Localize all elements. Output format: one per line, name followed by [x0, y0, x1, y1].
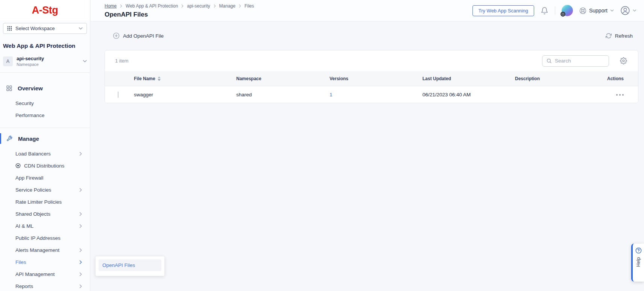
openapi-files-table-card: 1 item File Name Namespace Versions Last… [105, 50, 638, 103]
brand-logo: A-Stg [0, 0, 90, 20]
chevron-right-icon [181, 4, 184, 8]
table-settings-gear-icon[interactable] [620, 57, 627, 64]
workspace-selector[interactable]: Select Workspace [3, 23, 87, 34]
row-actions-menu-icon[interactable] [616, 94, 624, 96]
sidebar-section-label: Overview [18, 85, 43, 91]
files-submenu-flyout: OpenAPI Files [96, 256, 164, 276]
chevron-right-icon [79, 272, 82, 276]
cell-last-updated: 06/21/2023 06:40 AM [417, 92, 509, 98]
sidebar-item-api-management[interactable]: API Management [0, 268, 90, 280]
life-ring-icon [579, 7, 586, 14]
tenant-avatar-badge [560, 12, 565, 17]
breadcrumb-item[interactable]: Web App & API Protection [126, 3, 178, 9]
sidebar-item-rate-limiter-policies[interactable]: Rate Limiter Policies [0, 196, 90, 208]
sidebar-divider [0, 72, 90, 73]
row-checkbox[interactable] [118, 91, 118, 98]
chevron-right-icon [79, 224, 82, 228]
sidebar-item-public-ip-addresses[interactable]: Public IP Addresses [0, 232, 90, 244]
chevron-right-icon [239, 4, 241, 8]
sidebar-item-load-balancers[interactable]: Load Balancers [0, 148, 90, 160]
sidebar-item-app-firewall[interactable]: App Firewall [0, 172, 90, 184]
workspace-selector-label: Select Workspace [15, 26, 75, 31]
breadcrumb: Home Web App & API Protection api-securi… [105, 3, 254, 9]
chevron-right-icon [79, 260, 82, 264]
workspace-grid-icon [7, 26, 12, 31]
column-actions: Actions [595, 76, 638, 81]
add-openapi-file-button[interactable]: Add OpenAPI File [113, 32, 164, 39]
sidebar-item-shared-objects[interactable]: Shared Objects [0, 208, 90, 220]
namespace-name: api-security [17, 56, 79, 61]
cdn-target-icon [15, 163, 21, 168]
breadcrumb-item[interactable]: Files [245, 3, 254, 9]
notifications-bell-icon[interactable] [541, 7, 548, 15]
chevron-down-icon [79, 27, 83, 30]
column-last-updated: Last Updated [417, 76, 509, 81]
cell-file-name: swagger [128, 92, 231, 98]
sidebar-item-service-policies[interactable]: Service Policies [0, 184, 90, 196]
sidebar-item-cdn-distributions[interactable]: CDN Distributions [0, 160, 90, 172]
tenant-avatar[interactable] [562, 5, 573, 16]
search-input[interactable] [555, 58, 600, 64]
top-header: Home Web App & API Protection api-securi… [91, 0, 644, 21]
search-icon [546, 58, 552, 64]
breadcrumb-item[interactable]: Manage [219, 3, 235, 9]
header-divider [555, 6, 555, 15]
chevron-right-icon [120, 4, 122, 8]
add-openapi-file-label: Add OpenAPI File [123, 33, 164, 39]
namespace-type-label: Namespace [17, 62, 79, 67]
column-namespace: Namespace [231, 76, 324, 81]
overview-grid-icon [6, 85, 12, 91]
chevron-right-icon [79, 284, 82, 288]
column-file-name[interactable]: File Name [128, 76, 231, 81]
support-label: Support [589, 8, 608, 14]
sidebar-item-security[interactable]: Security [0, 97, 90, 109]
refresh-icon [606, 33, 612, 39]
sidebar-section-label: Manage [18, 136, 39, 142]
breadcrumb-item[interactable]: api-security [187, 3, 210, 9]
sidebar: A-Stg Select Workspace Web App & API Pro… [0, 0, 90, 291]
plus-circle-icon [113, 32, 120, 39]
try-web-app-scanning-button[interactable]: Try Web App Scanning [472, 5, 534, 16]
sidebar-section-overview[interactable]: Overview [0, 82, 90, 94]
sidebar-item-ai-ml[interactable]: AI & ML [0, 220, 90, 232]
submenu-item-openapi-files[interactable]: OpenAPI Files [99, 259, 161, 271]
sidebar-divider [0, 128, 90, 128]
help-question-icon [635, 247, 642, 254]
chevron-right-icon [79, 248, 82, 252]
chevron-down-icon [633, 9, 636, 12]
chevron-right-icon [79, 188, 82, 192]
cell-versions-link[interactable]: 1 [324, 92, 417, 98]
chevron-right-icon [79, 152, 82, 156]
sidebar-item-performance[interactable]: Performance [0, 109, 90, 121]
namespace-selector[interactable]: A api-security Namespace [3, 56, 87, 67]
sidebar-item-alerts-management[interactable]: Alerts Management [0, 244, 90, 256]
column-description: Description [509, 76, 595, 81]
table-header-row: File Name Namespace Versions Last Update… [105, 71, 638, 86]
item-count: 1 item [115, 58, 542, 64]
namespace-avatar: A [3, 56, 13, 66]
sidebar-item-reports[interactable]: Reports [0, 280, 90, 291]
refresh-button[interactable]: Refresh [606, 33, 633, 39]
chevron-down-icon [610, 9, 614, 12]
help-tab[interactable]: Help [631, 244, 644, 282]
support-menu[interactable]: Support [579, 7, 614, 14]
wrench-icon [6, 136, 12, 142]
sidebar-item-files[interactable]: Files [0, 256, 90, 268]
refresh-label: Refresh [615, 33, 633, 39]
sidebar-section-manage[interactable]: Manage [0, 133, 90, 145]
page-title: OpenAPI Files [105, 11, 254, 18]
table-search [542, 55, 609, 67]
help-label: Help [636, 257, 641, 267]
product-title: Web App & API Protection [3, 43, 87, 49]
sort-icon[interactable] [158, 76, 161, 81]
user-account-menu[interactable] [620, 6, 636, 15]
page-toolbar: Add OpenAPI File Refresh [91, 22, 644, 50]
chevron-right-icon [79, 212, 82, 216]
column-versions: Versions [324, 76, 417, 81]
user-icon [620, 6, 630, 15]
table-row: swagger shared 1 06/21/2023 06:40 AM [105, 86, 638, 103]
chevron-right-icon [214, 4, 216, 8]
breadcrumb-home[interactable]: Home [105, 3, 117, 9]
cell-namespace: shared [231, 92, 324, 98]
chevron-down-icon [83, 60, 87, 62]
